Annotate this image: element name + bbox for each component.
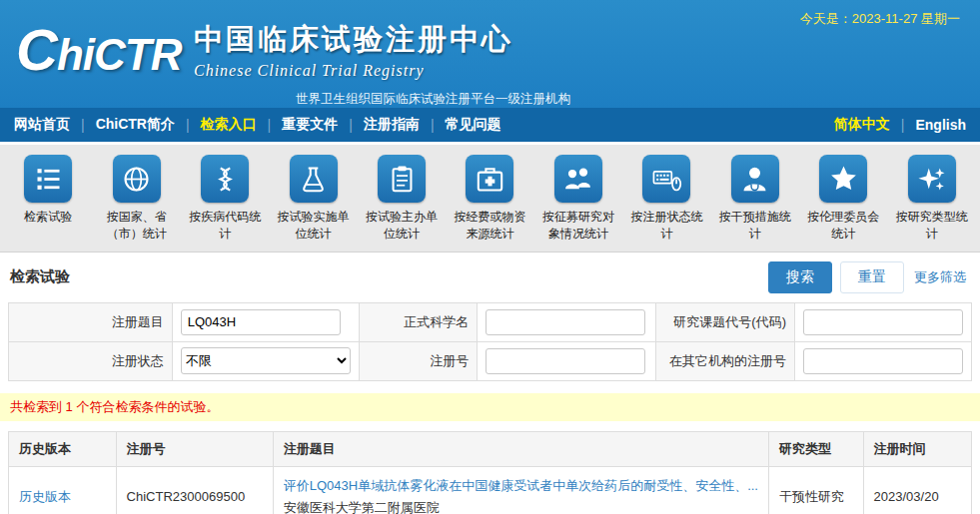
icon-menu-label: 按伦理委员会统计 (804, 209, 882, 244)
icon-menu-item-by-study-type[interactable]: 按研究类型统计 (888, 155, 976, 244)
icon-menu-item-by-country[interactable]: 按国家、省（市）统计 (92, 155, 180, 244)
icon-menu-label: 按经费或物资来源统计 (451, 209, 528, 244)
column-header-title: 注册题目 (273, 431, 768, 466)
globe-icon (113, 155, 161, 203)
registration-title-input[interactable] (181, 309, 341, 335)
nav-item-faq[interactable]: 常见问题 (446, 116, 501, 134)
icon-menu-label: 按研究类型统计 (893, 209, 971, 244)
numbered-list-icon (24, 155, 72, 203)
registration-title-label: 注册题目 (9, 302, 173, 341)
search-section-header: 检索试验 搜索 重置 更多筛选 (0, 253, 980, 300)
registration-number-label: 注册号 (359, 341, 478, 380)
icon-menu-item-by-ethics-committee[interactable]: 按伦理委员会统计 (799, 155, 887, 244)
trial-title-link[interactable]: 评价LQ043H单域抗体雾化液在中国健康受试者中单次给药后的耐受性、安全性、..… (284, 478, 758, 493)
site-titles: 中国临床试验注册中心 Chinese Clinical Trial Regist… (194, 20, 513, 80)
result-count-banner: 共检索到 1 个符合检索条件的试验。 (0, 393, 980, 421)
site-title-cn: 中国临床试验注册中心 (194, 20, 513, 60)
registration-status-label: 注册状态 (9, 341, 173, 380)
search-button[interactable]: 搜索 (768, 261, 832, 293)
study-type-cell: 干预性研究 (768, 466, 863, 514)
doctor-icon (731, 155, 779, 203)
study-code-label: 研究课题代号(代码) (655, 302, 794, 341)
trial-title-cell: 评价LQ043H单域抗体雾化液在中国健康受试者中单次给药后的耐受性、安全性、..… (273, 466, 768, 514)
other-registration-number-input[interactable] (803, 348, 963, 374)
nav-item-search-entry[interactable]: 检索入口 (201, 116, 257, 134)
icon-menu-label: 按征募研究对象情况统计 (539, 209, 617, 244)
icon-menu-item-by-sponsor-unit[interactable]: 按试验主办单位统计 (358, 155, 446, 244)
icon-menu-label: 按干预措施统计 (716, 209, 794, 244)
column-header-history: 历史版本 (9, 431, 117, 466)
public-title-label: 正式科学名 (359, 302, 478, 341)
site-title-en: Chinese Clinical Trial Registry (194, 62, 513, 80)
icon-menu-item-search-trials[interactable]: 检索试验 (4, 155, 92, 244)
icon-menu-item-by-recruitment-status[interactable]: 按征募研究对象情况统计 (534, 155, 622, 244)
more-filters-link[interactable]: 更多筛选 (914, 268, 966, 286)
nav-divider: | (431, 117, 435, 133)
lang-english[interactable]: English (915, 117, 966, 133)
sparkles-icon (908, 155, 956, 203)
study-code-input[interactable] (803, 309, 963, 335)
icon-menu-item-by-intervention[interactable]: 按干预措施统计 (711, 155, 799, 244)
other-registration-number-label: 在其它机构的注册号 (655, 341, 794, 380)
people-icon (554, 155, 602, 203)
nav-item-home[interactable]: 网站首页 (14, 116, 70, 134)
column-header-study-type: 研究类型 (768, 431, 863, 466)
icon-menu-item-by-registration-status[interactable]: 按注册状态统计 (622, 155, 710, 244)
public-title-input[interactable] (486, 309, 645, 335)
registration-number-cell: ChiCTR2300069500 (116, 466, 273, 514)
first-aid-kit-icon (466, 155, 513, 203)
institution-name: 安徽医科大学第二附属医院 (284, 497, 758, 514)
statistics-icon-menu: 检索试验 按国家、省（市）统计 按疾病代码统计 (0, 145, 980, 253)
clipboard-icon (378, 155, 426, 203)
star-icon (819, 155, 867, 203)
flask-icon (290, 155, 338, 203)
icon-menu-item-by-funding-source[interactable]: 按经费或物资来源统计 (446, 155, 533, 244)
registration-status-select[interactable]: 不限 (181, 347, 351, 374)
nav-divider: | (81, 117, 85, 133)
results-table: 历史版本 注册号 注册题目 研究类型 注册时间 历史版本 ChiCTR23000… (8, 431, 972, 514)
icon-menu-label: 按国家、省（市）统计 (98, 209, 176, 244)
registration-number-input[interactable] (486, 348, 645, 374)
nav-divider: | (186, 117, 190, 133)
history-version-link[interactable]: 历史版本 (19, 489, 71, 504)
table-row: 历史版本 ChiCTR2300069500 评价LQ043H单域抗体雾化液在中国… (9, 466, 972, 514)
icon-menu-label: 按注册状态统计 (627, 209, 705, 244)
keyboard-mouse-icon (642, 155, 690, 203)
nav-item-documents[interactable]: 重要文件 (282, 116, 338, 134)
icon-menu-item-by-implementing-unit[interactable]: 按试验实施单位统计 (269, 155, 357, 244)
nav-divider: | (268, 117, 272, 133)
chictr-logo[interactable]: ChiCTR (16, 16, 194, 83)
icon-menu-label: 按疾病代码统计 (186, 209, 264, 244)
icon-menu-item-by-disease-code[interactable]: 按疾病代码统计 (181, 155, 269, 244)
nav-divider: | (349, 117, 353, 133)
icon-menu-label: 检索试验 (9, 209, 87, 226)
nav-item-guide[interactable]: 注册指南 (364, 116, 420, 134)
today-date: 今天是：2023-11-27 星期一 (800, 10, 960, 28)
site-header: 今天是：2023-11-27 星期一 ChiCTR 中国临床试验注册中心 Chi… (0, 0, 980, 108)
search-form-table: 注册题目 正式科学名 研究课题代号(代码) 注册状态 不限 注册号 在其它机构的… (8, 302, 972, 381)
dna-icon (201, 155, 249, 203)
reset-button[interactable]: 重置 (840, 261, 904, 293)
registration-date-cell: 2023/03/20 (863, 466, 971, 514)
icon-menu-label: 按试验主办单位统计 (363, 209, 441, 244)
column-header-registration-date: 注册时间 (863, 431, 971, 466)
lang-simplified-chinese[interactable]: 简体中文 (834, 116, 890, 134)
page-title: 检索试验 (10, 267, 70, 286)
icon-menu-label: 按试验实施单位统计 (275, 209, 353, 244)
nav-divider: | (901, 117, 905, 133)
nav-item-about[interactable]: ChiCTR简介 (96, 116, 175, 134)
column-header-registration-number: 注册号 (116, 431, 273, 466)
main-nav: 网站首页 | ChiCTR简介 | 检索入口 | 重要文件 | 注册指南 | 常… (0, 108, 980, 142)
who-registry-subtitle: 世界卫生组织国际临床试验注册平台一级注册机构 (296, 91, 980, 108)
